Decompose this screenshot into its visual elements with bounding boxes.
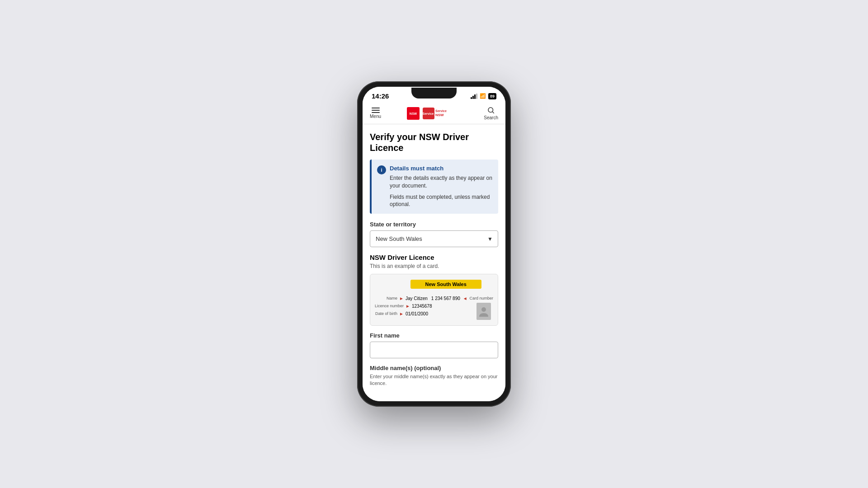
info-content: Details must match Enter the details exa… [390, 165, 493, 208]
licence-section-title: NSW Driver Licence [370, 253, 498, 261]
svg-text:NSW: NSW [409, 112, 417, 115]
licence-card-example: New South Wales Name ► Jay Citizen 1 234… [370, 274, 498, 326]
card-dob-row: Date of birth ► 01/01/2000 [375, 311, 467, 316]
first-name-label: First name [370, 332, 498, 339]
card-dob-value: 01/01/2000 [406, 311, 428, 316]
info-box: i Details must match Enter the details e… [370, 160, 498, 214]
page-content: Verify your NSW Driver Licence i Details… [363, 124, 505, 401]
search-icon [487, 106, 495, 114]
state-select[interactable]: New South Wales Victoria Queensland West… [370, 230, 498, 247]
middle-name-section: Middle name(s) (optional) Enter your mid… [370, 365, 498, 387]
first-name-input[interactable] [370, 342, 498, 358]
svg-line-7 [493, 112, 494, 113]
hamburger-icon [372, 108, 380, 113]
status-time: 14:26 [372, 92, 389, 100]
middle-name-hint: Enter your middle name(s) exactly as the… [370, 373, 498, 387]
phone-screen: 14:26 📶 89 Menu NSW [363, 87, 505, 401]
card-licence-row: Licence number ► 12345678 [375, 304, 467, 309]
nsw-government-logo: NSW [407, 107, 420, 120]
menu-button[interactable]: Menu [370, 108, 381, 119]
state-field-label: State or territory [370, 221, 498, 228]
card-name-row: Name ► Jay Citizen 1 234 567 890 ◄ [375, 296, 467, 301]
first-name-section: First name [370, 332, 498, 358]
card-number-right-label: Card number [469, 296, 493, 301]
phone-frame: 14:26 📶 89 Menu NSW [357, 81, 511, 407]
licence-section-subtitle: This is an example of a card. [370, 263, 498, 269]
person-icon [479, 306, 488, 317]
card-licence-label: Licence number [375, 304, 404, 309]
signal-icon [471, 94, 477, 99]
info-text-1: Enter the details exactly as they appear… [390, 174, 493, 190]
info-title: Details must match [390, 165, 493, 172]
service-nsw-logo: Service Service NSW [422, 107, 458, 120]
card-content-row: Name ► Jay Citizen 1 234 567 890 ◄ Licen… [375, 296, 493, 320]
licence-section: NSW Driver Licence This is an example of… [370, 253, 498, 326]
status-icons: 📶 89 [471, 93, 496, 99]
menu-label: Menu [370, 114, 381, 119]
state-field-section: State or territory New South Wales Victo… [370, 221, 498, 247]
battery-indicator: 89 [488, 93, 496, 99]
service-nsw-svg: Service Service NSW [422, 107, 458, 120]
card-number-arrow: ◄ [463, 296, 467, 301]
info-icon: i [377, 165, 386, 174]
search-label: Search [484, 115, 498, 120]
card-dob-arrow: ► [399, 311, 404, 316]
phone-notch [411, 88, 457, 99]
card-licence-arrow: ► [406, 304, 410, 309]
svg-text:Service: Service [435, 109, 447, 113]
nav-bar: Menu NSW Service Service NSW [363, 103, 505, 124]
svg-text:Service: Service [422, 112, 434, 115]
svg-point-6 [488, 108, 493, 113]
page-title: Verify your NSW Driver Licence [370, 131, 498, 153]
card-name-value: Jay Citizen [406, 296, 428, 301]
card-name-arrow: ► [399, 296, 404, 301]
card-state-banner: New South Wales [410, 280, 481, 289]
search-button[interactable]: Search [484, 106, 498, 120]
card-photo [476, 303, 491, 320]
card-licence-value: 12345678 [412, 304, 432, 309]
card-fields: Name ► Jay Citizen 1 234 567 890 ◄ Licen… [375, 296, 467, 316]
card-number-value: 1 234 567 890 [431, 296, 460, 301]
svg-point-8 [481, 307, 486, 312]
card-name-label: Name [375, 296, 397, 301]
wifi-icon: 📶 [480, 93, 486, 99]
card-dob-label: Date of birth [375, 311, 397, 316]
state-select-wrapper: New South Wales Victoria Queensland West… [370, 230, 498, 247]
svg-text:NSW: NSW [435, 113, 444, 117]
nav-logo: NSW Service Service NSW [407, 107, 458, 120]
middle-name-label: Middle name(s) (optional) [370, 365, 498, 371]
info-text-2: Fields must be completed, unless marked … [390, 193, 493, 209]
